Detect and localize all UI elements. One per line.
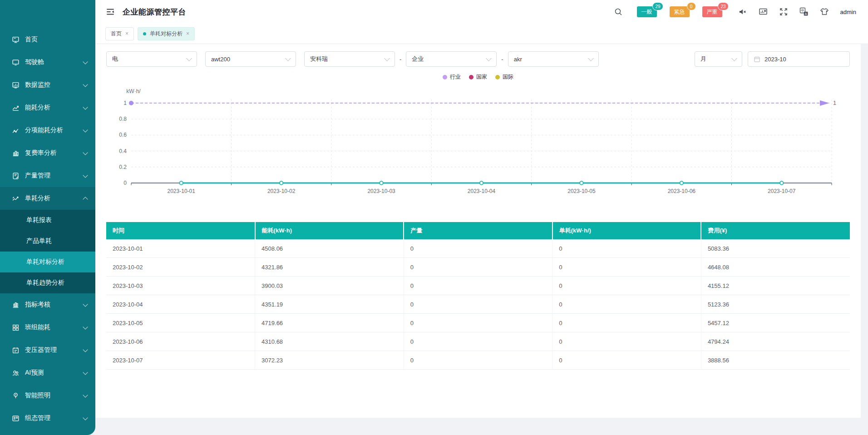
sidebar-item-label: 产量管理 xyxy=(25,172,84,180)
table-row[interactable]: 2023-10-044351.19005123.36 xyxy=(106,295,850,314)
date-value: 2023-10 xyxy=(764,56,844,63)
energy-analysis-icon xyxy=(12,104,20,112)
alarm-count-badge: 0 xyxy=(687,2,696,10)
sidebar-item-label: 班组能耗 xyxy=(25,323,84,331)
sidebar-item-label: 驾驶舱 xyxy=(25,58,84,66)
sidebar-item-label: 单耗分析 xyxy=(25,194,84,203)
chevron-down-icon xyxy=(731,55,737,61)
unit-consumption-icon xyxy=(12,195,20,203)
legend-item[interactable]: 国际 xyxy=(495,73,513,81)
user-menu[interactable]: admin xyxy=(840,9,856,15)
legend-item[interactable]: 行业 xyxy=(443,73,461,81)
device-select[interactable]: awt200 xyxy=(205,51,296,67)
scope-select[interactable]: 企业 xyxy=(406,51,497,67)
energy-type-value: 电 xyxy=(112,55,182,63)
sidebar-item-scada-config[interactable]: 组态管理 xyxy=(0,407,95,430)
svg-text:1: 1 xyxy=(833,99,836,106)
mute-icon[interactable] xyxy=(738,7,747,16)
table-cell: 0 xyxy=(404,332,552,351)
sidebar-item-data-monitor[interactable]: 数据监控 xyxy=(0,74,95,96)
sidebar-item-rate-analysis[interactable]: 复费率分析 xyxy=(0,142,95,164)
table-row[interactable]: 2023-10-054719.66005457.12 xyxy=(106,314,850,332)
vendor-select[interactable]: 安科瑞 xyxy=(304,51,395,67)
date-picker[interactable]: 2023-10 xyxy=(748,51,850,67)
tab-close-icon[interactable]: × xyxy=(125,31,128,36)
period-select[interactable]: 月 xyxy=(695,51,742,67)
tab-bar: 首页 × 单耗对标分析 × xyxy=(95,24,868,44)
code-select[interactable]: akr xyxy=(508,51,599,67)
chevron-down-icon xyxy=(83,370,88,375)
svg-text:0.2: 0.2 xyxy=(119,164,127,170)
chevron-down-icon xyxy=(83,302,88,306)
table-cell: 4351.19 xyxy=(255,295,404,314)
tab-home[interactable]: 首页 × xyxy=(105,27,134,40)
chevron-down-icon xyxy=(186,55,192,61)
table-column-header: 费用(¥) xyxy=(701,222,850,239)
sidebar-item-kpi[interactable]: 指标考核 xyxy=(0,293,95,316)
sidebar-item-production[interactable]: 产量管理 xyxy=(0,164,95,187)
alarm-tag[interactable]: 紧急0 xyxy=(670,6,690,17)
sidebar-item-label: 能耗分析 xyxy=(25,104,84,112)
table-cell: 0 xyxy=(404,314,552,332)
sidebar-item-transformer[interactable]: 变压器管理 xyxy=(0,339,95,361)
table-cell: 0 xyxy=(552,351,701,370)
filter-separator: - xyxy=(399,56,401,63)
table-row[interactable]: 2023-10-033900.03004155.12 xyxy=(106,277,850,295)
legend-item[interactable]: 国家 xyxy=(469,73,487,81)
tab-close-icon[interactable]: × xyxy=(186,31,189,36)
alarm-tag-label: 紧急 xyxy=(674,8,685,16)
sidebar-item-ai-forecast[interactable]: AI预测 xyxy=(0,361,95,384)
search-icon[interactable] xyxy=(614,7,623,16)
table-cell: 2023-10-06 xyxy=(106,332,255,351)
sidebar-submenu: 单耗报表产品单耗单耗对标分析单耗趋势分析 xyxy=(0,210,95,293)
alarm-tag[interactable]: 一般29 xyxy=(637,6,657,17)
sidebar-subitem[interactable]: 单耗报表 xyxy=(0,210,95,231)
table-row[interactable]: 2023-10-073072.23003888.56 xyxy=(106,351,850,370)
table-cell: 0 xyxy=(552,258,701,277)
chevron-up-icon xyxy=(83,197,88,202)
table-cell: 2023-10-01 xyxy=(106,239,255,258)
sidebar-item-smart-lighting[interactable]: 智能照明 xyxy=(0,384,95,407)
table-row[interactable]: 2023-10-014508.06005083.36 xyxy=(106,239,850,258)
sidebar-item-unit-consumption[interactable]: 单耗分析 xyxy=(0,187,95,210)
dashboard-screen-icon[interactable] xyxy=(759,7,768,16)
theme-shirt-icon[interactable] xyxy=(820,7,829,16)
chevron-down-icon xyxy=(83,82,88,87)
sidebar-item-label: 首页 xyxy=(25,35,87,44)
fullscreen-icon[interactable] xyxy=(779,7,788,16)
top-header: 企业能源管控平台 一般29紧急0严重23 xyxy=(95,0,868,24)
chevron-down-icon xyxy=(285,55,291,61)
alarm-tag[interactable]: 严重23 xyxy=(702,6,722,17)
chevron-down-icon xyxy=(83,127,88,132)
sidebar-item-home[interactable]: 首页 xyxy=(0,28,95,51)
legend-dot xyxy=(469,75,473,79)
period-value: 月 xyxy=(700,55,727,63)
sidebar-item-team-energy[interactable]: 班组能耗 xyxy=(0,316,95,339)
energy-type-select[interactable]: 电 xyxy=(106,51,197,67)
table-body: 2023-10-014508.06005083.362023-10-024321… xyxy=(106,239,850,370)
table-column-header: 单耗(kW·h/) xyxy=(552,222,701,239)
sidebar-item-subentry-analysis[interactable]: 分项能耗分析 xyxy=(0,119,95,142)
sidebar-subitem[interactable]: 产品单耗 xyxy=(0,231,95,252)
chevron-down-icon xyxy=(83,150,88,155)
table-row[interactable]: 2023-10-024321.86004648.08 xyxy=(106,258,850,277)
table-cell: 0 xyxy=(404,351,552,370)
sidebar-item-energy-analysis[interactable]: 能耗分析 xyxy=(0,96,95,119)
device-value: awt200 xyxy=(211,56,281,63)
svg-text:中: 中 xyxy=(801,9,804,13)
svg-text:A: A xyxy=(804,12,807,15)
sidebar-item-cockpit[interactable]: 驾驶舱 xyxy=(0,51,95,74)
collapse-menu-icon[interactable] xyxy=(105,7,115,17)
svg-text:0.4: 0.4 xyxy=(119,148,127,154)
sidebar-subitem[interactable]: 单耗对标分析 xyxy=(0,252,95,272)
page-title: 企业能源管控平台 xyxy=(123,7,186,17)
language-icon[interactable]: 中 A xyxy=(799,7,809,16)
table-head: 时间能耗(kW·h)产量单耗(kW·h/)费用(¥) xyxy=(106,222,850,239)
legend-label: 国家 xyxy=(476,73,487,81)
app-root: { "header": { "title": "企业能源管控平台", "user… xyxy=(0,0,868,435)
table-cell: 4310.68 xyxy=(255,332,404,351)
sidebar-subitem[interactable]: 单耗趋势分析 xyxy=(0,272,95,293)
tab-unit-benchmark-analysis[interactable]: 单耗对标分析 × xyxy=(138,27,195,40)
table-row[interactable]: 2023-10-064310.68004794.24 xyxy=(106,332,850,351)
svg-text:kW·h/: kW·h/ xyxy=(126,88,141,94)
